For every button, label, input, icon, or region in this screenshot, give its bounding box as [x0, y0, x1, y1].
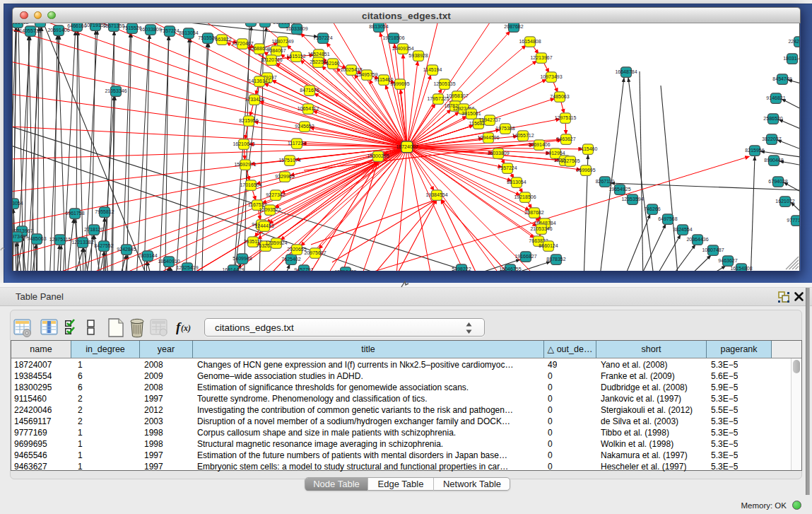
svg-text:15495759: 15495759: [355, 72, 377, 77]
svg-text:16046755: 16046755: [499, 267, 521, 271]
svg-text:6497568: 6497568: [658, 216, 677, 221]
svg-text:9227342: 9227342: [266, 192, 285, 197]
svg-text:20691406: 20691406: [528, 142, 550, 147]
svg-text:18640910: 18640910: [158, 259, 180, 264]
svg-text:1145194: 1145194: [423, 67, 442, 72]
svg-text:5409948: 5409948: [233, 256, 252, 261]
svg-text:746266: 746266: [644, 206, 660, 211]
svg-text:10973493: 10973493: [12, 234, 28, 239]
svg-text:2087682: 2087682: [524, 210, 543, 215]
svg-text:7625402: 7625402: [281, 257, 300, 262]
svg-text:14409354: 14409354: [392, 46, 413, 51]
svg-text:9245652: 9245652: [295, 124, 314, 129]
svg-text:22420046: 22420046: [788, 39, 800, 44]
svg-text:14055712: 14055712: [19, 28, 41, 33]
svg-text:8215956: 8215956: [745, 148, 764, 153]
svg-text:14136141: 14136141: [248, 78, 270, 83]
svg-text:15720407: 15720407: [231, 41, 253, 46]
svg-text:12505135: 12505135: [433, 81, 455, 86]
svg-text:14055712: 14055712: [12, 23, 29, 25]
svg-text:16033809: 16033809: [139, 27, 161, 32]
svg-text:62160: 62160: [326, 61, 340, 66]
svg-text:21053346: 21053346: [105, 88, 126, 93]
svg-text:15692971: 15692971: [234, 162, 256, 167]
svg-text:(x): (x): [181, 323, 191, 333]
svg-text:8813054: 8813054: [179, 30, 198, 35]
svg-text:7955812: 7955812: [95, 209, 114, 214]
svg-text:19384554: 19384554: [425, 192, 447, 197]
svg-text:8267110: 8267110: [596, 179, 615, 184]
svg-text:1975388: 1975388: [495, 126, 514, 131]
svg-text:17359924: 17359924: [265, 240, 287, 245]
svg-text:8878352: 8878352: [546, 257, 565, 262]
svg-text:12975115: 12975115: [555, 115, 577, 120]
svg-text:3822037: 3822037: [762, 136, 781, 141]
svg-text:6794028: 6794028: [768, 179, 787, 184]
svg-text:17016504: 17016504: [240, 182, 261, 187]
svg-text:7485063: 7485063: [27, 236, 46, 241]
svg-text:15716485: 15716485: [334, 269, 356, 271]
svg-text:12213382: 12213382: [71, 240, 93, 245]
svg-text:8660124: 8660124: [539, 243, 558, 248]
svg-text:1244413: 1244413: [254, 223, 273, 228]
svg-text:1117234: 1117234: [288, 141, 306, 146]
svg-text:9242845: 9242845: [117, 247, 136, 252]
svg-text:8215956: 8215956: [239, 118, 258, 123]
svg-text:3824554: 3824554: [673, 227, 692, 232]
svg-text:2718120: 2718120: [84, 227, 103, 232]
svg-text:16648784: 16648784: [615, 69, 637, 74]
svg-text:10120746: 10120746: [260, 57, 282, 62]
svg-text:10025438: 10025438: [340, 67, 362, 72]
svg-text:9327505: 9327505: [560, 158, 579, 163]
svg-text:12213967: 12213967: [530, 55, 552, 60]
svg-text:9699695: 9699695: [390, 81, 409, 86]
svg-text:10654112: 10654112: [298, 106, 319, 111]
svg-text:1167533: 1167533: [248, 202, 267, 207]
svg-text:3915061: 3915061: [461, 111, 481, 116]
svg-text:7357224: 7357224: [160, 28, 179, 33]
svg-text:252254: 252254: [310, 59, 326, 64]
svg-text:9329965: 9329965: [275, 174, 294, 179]
svg-text:9084067: 9084067: [266, 48, 286, 53]
svg-text:9463627: 9463627: [556, 136, 575, 141]
svg-text:9115460: 9115460: [579, 146, 598, 151]
svg-text:14055712: 14055712: [512, 133, 534, 138]
svg-text:16033809: 16033809: [487, 151, 509, 156]
svg-text:8813054: 8813054: [507, 180, 526, 185]
svg-text:5938928: 5938928: [408, 53, 428, 58]
svg-text:8427552: 8427552: [94, 243, 113, 248]
svg-text:20975667: 20975667: [304, 250, 326, 255]
svg-text:9457791: 9457791: [294, 267, 313, 271]
svg-text:16154808: 16154808: [730, 266, 752, 271]
svg-text:12942737: 12942737: [478, 117, 500, 122]
svg-text:1615152: 1615152: [286, 54, 305, 59]
svg-text:8813054: 8813054: [369, 24, 388, 29]
svg-text:9699695: 9699695: [576, 168, 595, 173]
svg-text:16671355: 16671355: [102, 23, 124, 28]
svg-text:12353594: 12353594: [621, 197, 643, 201]
svg-text:7485063: 7485063: [550, 94, 569, 99]
svg-text:10973493: 10973493: [540, 74, 562, 79]
svg-text:12325419: 12325419: [176, 265, 198, 270]
svg-text:7663822: 7663822: [212, 37, 231, 42]
svg-text:6961758: 6961758: [65, 211, 84, 216]
svg-text:18724007: 18724007: [396, 144, 418, 149]
svg-text:8454749: 8454749: [772, 76, 792, 81]
svg-text:2803144: 2803144: [138, 253, 157, 258]
svg-text:9777169: 9777169: [787, 218, 800, 223]
svg-text:21053346: 21053346: [530, 226, 552, 231]
svg-text:5498222: 5498222: [452, 267, 471, 271]
svg-text:16154808: 16154808: [519, 39, 541, 44]
svg-text:16033809: 16033809: [286, 26, 307, 31]
svg-text:16210643: 16210643: [233, 141, 254, 146]
svg-text:7357224: 7357224: [313, 35, 332, 40]
svg-text:1733426: 1733426: [245, 97, 264, 102]
svg-text:15300295: 15300295: [367, 153, 389, 158]
svg-text:9463627: 9463627: [718, 258, 737, 263]
svg-text:12975115: 12975115: [49, 237, 71, 242]
svg-text:9146821: 9146821: [766, 95, 785, 100]
svg-text:20364436: 20364436: [686, 237, 708, 242]
svg-text:19218506: 19218506: [382, 35, 404, 40]
svg-text:2586520: 2586520: [763, 116, 782, 121]
svg-text:16914479: 16914479: [222, 267, 244, 271]
